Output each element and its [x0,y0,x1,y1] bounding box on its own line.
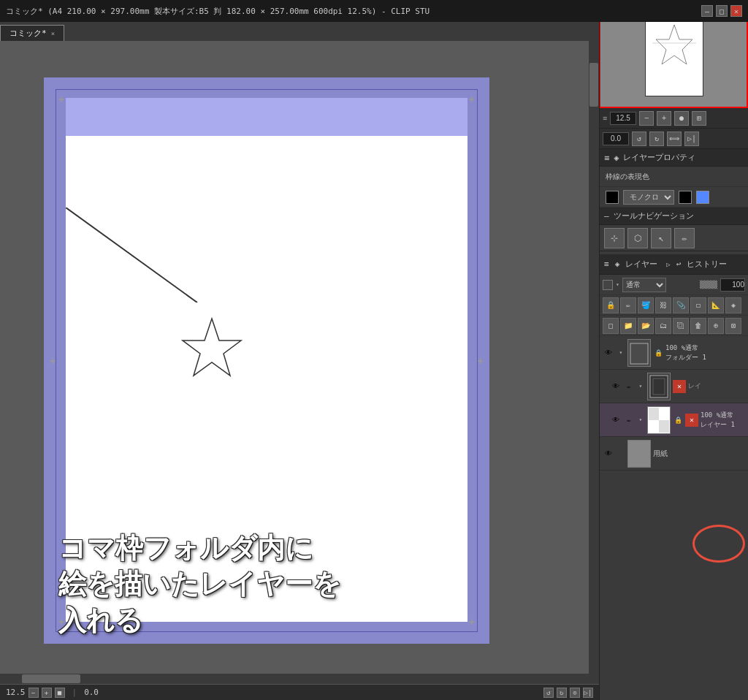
new-raster-btn[interactable]: □ [603,318,619,334]
layer-title: レイヤー [625,259,657,270]
zoom-plus-button[interactable]: + [42,688,52,698]
zoom-in-btn[interactable]: + [657,111,671,126]
star-container [168,311,256,399]
crosshair-mr: + [478,355,484,367]
tool-select-btn[interactable]: ↖ [651,228,671,248]
rot-left-btn[interactable]: ↺ [632,132,646,146]
zoom-fit-button[interactable]: ■ [55,688,65,698]
tool-move-btn[interactable]: ⊹ [604,228,625,248]
layer-mask-btn[interactable]: ◻ [690,297,706,313]
layer-extra2-btn[interactable]: ⊠ [725,318,741,334]
layer-extra1-btn[interactable]: ◈ [725,297,741,313]
tab-comic[interactable]: コミック* × [0,25,64,41]
new-group-btn[interactable]: 🗂 [655,318,671,334]
chevron-down-icon: ▾ [616,281,619,288]
menu-icon: ≡ [604,153,609,163]
tool-nav-row: ⊹ ⬡ ↖ ✏ [600,225,748,251]
layer1-item[interactable]: 👁 ✏ ▾ 🔒 ✕ 100 %通常 レイヤー 1 [600,403,748,437]
tab-close-icon[interactable]: × [51,30,55,37]
jp-line1: コマ枠フォルダ内に [58,530,341,566]
color-swatch-black2[interactable] [679,191,692,204]
close-button[interactable]: ✕ [730,5,742,17]
svg-line-1 [66,208,197,303]
pencil-icon-frame[interactable]: ✏ [624,381,634,392]
crosshair-br: + [469,616,475,628]
panel-controls-row1: ≡ − + ● ⊞ [600,108,748,129]
blend-pattern: ▒▒▒▒ [700,281,717,289]
blend-mode-select[interactable]: 通常 [622,278,666,292]
scroll-thumb-vertical[interactable] [589,63,598,107]
lock-icon-layer1[interactable]: 🔒 [673,415,683,425]
tool-pen-btn[interactable]: ✏ [674,228,695,248]
layer-clip-btn[interactable]: 📎 [673,297,689,313]
paper-layer-item[interactable]: 👁 用紙 [600,437,748,471]
play-button[interactable]: ▷| [583,688,593,698]
new-folder-btn[interactable]: 📁 [620,318,636,334]
scroll-thumb-horizontal[interactable] [22,674,80,683]
diagonal-line-svg [66,208,446,303]
expand-icon-frame[interactable]: ▾ [636,382,645,391]
lock-icon-folder1[interactable]: 🔒 [653,348,663,358]
center-button[interactable]: ⊙ [570,688,580,698]
opacity-input[interactable] [720,278,745,292]
rot-reset-btn[interactable]: ▷| [684,132,699,146]
layer-link-btn[interactable]: ⛓ [655,297,671,313]
border-color-label: 枠線の表現色 [606,172,649,182]
expand-icon-folder1[interactable]: ▾ [617,349,625,357]
rot-right-btn[interactable]: ↻ [649,132,664,146]
zoom-out-btn[interactable]: − [639,111,654,126]
layer-panel-header: ≡ ◈ レイヤー ▷ ↩ ヒストリー [600,254,748,275]
color-swatch-black[interactable] [606,191,619,204]
expand-icon-layer1[interactable]: ▾ [636,416,645,425]
frame-layer-item[interactable]: 👁 ✏ ▾ ✕ レイ [600,370,748,403]
folder1-layer-item[interactable]: 👁 ▾ 🔒 100 %通常 フォルダー 1 [600,336,748,370]
rotate-left-button[interactable]: ↺ [543,688,554,698]
svg-rect-5 [650,376,668,397]
scrollbar-vertical[interactable] [589,41,599,675]
zoom-fit-btn2[interactable]: ⊞ [692,111,706,126]
tab-label: コミック* [9,28,47,39]
rotate-right-button[interactable]: ↻ [557,688,567,698]
eye-icon-layer1[interactable]: 👁 [610,414,622,426]
layer-checkbox[interactable] [603,280,613,290]
layer-copy-btn[interactable]: ⿻ [673,318,689,334]
canvas-area[interactable]: + + + + + + コマ枠フォルダ内に 絵を描いたレイヤーを 入れる [0,41,599,675]
star-svg [168,311,256,399]
folder1-name: 100 %通常 フォルダー 1 [665,343,745,362]
svg-rect-9 [659,420,669,433]
history-title: ヒストリー [687,259,727,270]
layer-delete-btn[interactable]: 🗑 [690,318,706,334]
panel-controls-row2: ↺ ↻ ⟺ ▷| [600,129,748,149]
layer-lock-btn[interactable]: 🔒 [603,297,619,313]
zoom-value: 12.5 [6,688,26,697]
layer-pencil-btn[interactable]: ✏ [620,297,636,313]
scrollbar-horizontal[interactable] [0,674,599,684]
layer-menu-icon: ≡ [604,259,609,269]
rot-flip-btn[interactable]: ⟺ [667,132,682,146]
color-swatch-blue[interactable] [696,191,709,204]
tool-nav-header: — ツールナビゲーション [600,208,748,225]
new-from-file-btn[interactable]: 📂 [638,318,654,334]
x-btn-layer1[interactable]: ✕ [685,414,698,427]
minimize-button[interactable]: — [701,5,713,17]
eye-icon-frame[interactable]: 👁 [610,381,622,392]
rotation-input[interactable] [603,132,629,145]
zoom-input[interactable] [610,112,636,125]
maximize-button[interactable]: □ [716,5,728,17]
tab-bar: コミック* × [0,22,599,41]
layer-ruler-btn[interactable]: 📐 [708,297,724,313]
layer-merge-btn[interactable]: ⊕ [708,318,724,334]
layer-fill-btn[interactable]: 🪣 [638,297,654,313]
tool-transform-btn[interactable]: ⬡ [627,228,648,248]
eye-icon-folder1[interactable]: 👁 [603,347,614,359]
pencil-icon-layer1[interactable]: ✏ [624,415,634,425]
mono-dropdown[interactable]: モノクロ [623,190,674,205]
arrow-icon: ▷ [666,261,670,268]
zoom-minus-button[interactable]: − [28,688,39,698]
crosshair-ml: + [50,355,56,367]
title-buttons: — □ ✕ [701,5,742,17]
preview-canvas [645,12,703,96]
zoom-reset-btn[interactable]: ● [674,111,689,126]
x-btn-frame[interactable]: ✕ [673,380,686,393]
eye-icon-paper[interactable]: 👁 [603,448,614,460]
